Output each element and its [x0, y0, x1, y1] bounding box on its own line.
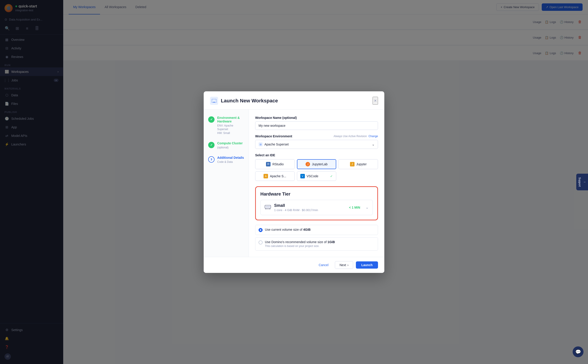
step-1-sublabel: ENV: Apache SupersetHW: Small — [217, 124, 244, 135]
modal-body: ✓ Environment & Hardware ENV: Apache Sup… — [204, 110, 384, 257]
env-select-chevron-icon: ⌄ — [372, 143, 375, 146]
modal-close-button[interactable]: × — [373, 97, 378, 105]
step-2: ✓ Compute Cluster (optional) — [208, 141, 244, 150]
hardware-tier-name: Small — [274, 203, 346, 208]
step-3: 3 Additional Details Code & Data — [208, 156, 244, 164]
env-change-link[interactable]: Change — [368, 135, 378, 138]
step-2-circle: ✓ — [208, 142, 214, 148]
workspace-name-field-group: Workspace Name (optional) — [255, 116, 378, 130]
env-hint: Always Use Active Revision Change — [334, 135, 378, 138]
workspace-environment-group: Workspace Environment Always Use Active … — [255, 134, 378, 149]
step-2-info: Compute Cluster (optional) — [217, 141, 244, 150]
vscode-check-icon: ✓ — [330, 174, 333, 178]
launch-workspace-modal: Launch New Workspace × ✓ Environment & H… — [204, 91, 384, 273]
svg-text:⊟: ⊟ — [260, 143, 261, 146]
cancel-button[interactable]: Cancel — [315, 261, 332, 269]
svg-rect-7 — [266, 206, 270, 208]
env-select[interactable]: ⊟ Apache Superset ⌄ — [255, 140, 378, 149]
chat-bubble-button[interactable]: 💬 — [573, 346, 583, 357]
ide-grid: R RStudio J JupyterLab J Jupyter A — [255, 159, 378, 181]
modal-form-content: Workspace Name (optional) Workspace Envi… — [249, 110, 384, 257]
modal-header: Launch New Workspace × — [204, 91, 384, 110]
volume-option-current[interactable]: Use current volume size of 4GiB — [255, 225, 378, 235]
volume-option-recommended[interactable]: Use Domino's recommended volume size of … — [255, 237, 378, 251]
hardware-tier-box: Hardware Tier Small — [255, 186, 378, 220]
ide-vscode-button[interactable]: V VSCode ✓ — [297, 171, 336, 181]
rstudio-icon: R — [266, 162, 271, 166]
ide-apaches-button[interactable]: A Apache S... — [255, 171, 295, 181]
vscode-icon: V — [300, 174, 305, 178]
next-arrow-icon: › — [347, 263, 349, 267]
step-2-sublabel: (optional) — [217, 146, 244, 150]
hardware-tier-spec: 1 core · 4 GiB RAM · $0.0017/min — [274, 208, 346, 212]
step-3-info: Additional Details Code & Data — [217, 156, 244, 164]
ide-rstudio-button[interactable]: R RStudio — [255, 159, 295, 169]
ide-selection-group: Select an IDE R RStudio J JupyterLab J J — [255, 153, 378, 181]
step-3-sublabel: Code & Data — [217, 160, 244, 164]
workspace-name-input[interactable] — [255, 121, 378, 130]
step-3-label: Additional Details — [217, 156, 244, 159]
hardware-tier-option[interactable]: Small 1 core · 4 GiB RAM · $0.0017/min <… — [260, 200, 373, 215]
volume-option-current-label: Use current volume size of 4GiB — [265, 228, 310, 231]
volume-options: Use current volume size of 4GiB Use Domi… — [255, 225, 378, 251]
next-button[interactable]: Next › — [335, 261, 353, 269]
hardware-tier-title: Hardware Tier — [260, 191, 373, 197]
ide-jupyterlab-button[interactable]: J JupyterLab — [297, 159, 336, 169]
step-1-info: Environment & Hardware ENV: Apache Super… — [217, 116, 244, 135]
modal-header-icon — [210, 97, 218, 105]
jupyterlab-icon: J — [306, 162, 310, 166]
hardware-tier-info: Small 1 core · 4 GiB RAM · $0.0017/min — [274, 203, 346, 212]
step-3-circle: 3 — [208, 156, 214, 162]
step-1-circle: ✓ — [208, 116, 214, 123]
step-1-label: Environment & Hardware — [217, 116, 244, 123]
launch-button[interactable]: Launch — [356, 261, 378, 269]
svg-rect-1 — [212, 99, 216, 102]
hardware-tier-time: < 1 MIN — [349, 206, 360, 209]
hardware-tier-icon — [265, 204, 271, 211]
env-label: Workspace Environment — [255, 134, 292, 138]
modal-footer: Cancel Next › Launch — [204, 257, 384, 273]
ide-label: Select an IDE — [255, 153, 378, 157]
step-1: ✓ Environment & Hardware ENV: Apache Sup… — [208, 116, 244, 135]
volume-radio-current — [259, 228, 263, 232]
support-button[interactable]: ↑ Support — [576, 174, 588, 190]
volume-option-recommended-label: Use Domino's recommended volume size of … — [265, 240, 335, 244]
ide-jupyter-button[interactable]: J Jupyter — [339, 159, 378, 169]
step-2-label: Compute Cluster — [217, 141, 244, 145]
modal-stepper: ✓ Environment & Hardware ENV: Apache Sup… — [204, 110, 249, 257]
hardware-tier-chevron-icon: ⌄ — [366, 205, 368, 209]
workspace-name-label: Workspace Name (optional) — [255, 116, 378, 120]
support-icon: ↑ — [583, 181, 586, 183]
jupyter-icon: J — [350, 162, 354, 166]
modal-title: Launch New Workspace — [221, 98, 370, 104]
volume-option-recommended-sub: This calculation is based on your projec… — [265, 244, 335, 248]
chat-icon: 💬 — [575, 349, 581, 355]
apaches-icon: A — [264, 174, 268, 178]
volume-radio-recommended — [259, 240, 263, 244]
modal-overlay: Launch New Workspace × ✓ Environment & H… — [0, 0, 588, 364]
